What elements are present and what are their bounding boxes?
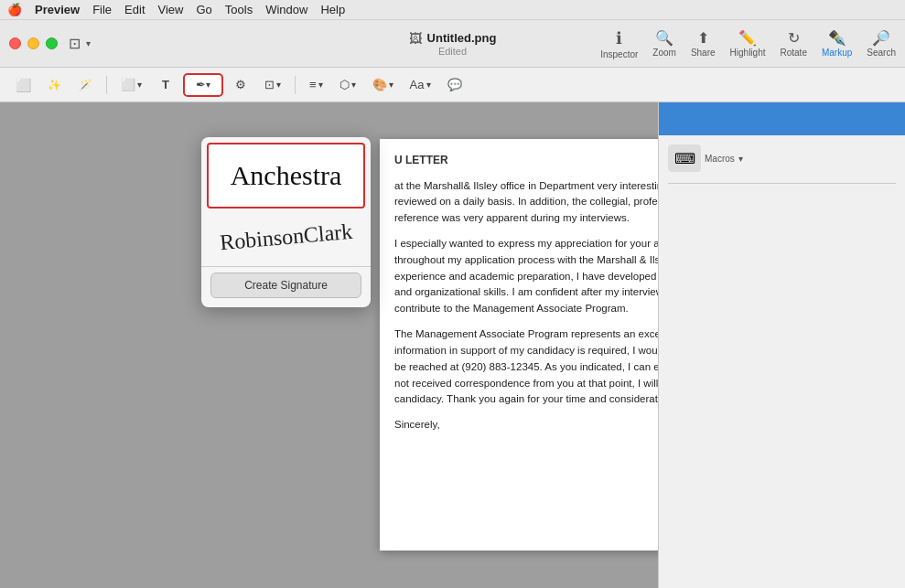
- signature-item-1[interactable]: Anchestra: [207, 143, 365, 208]
- inspector-button[interactable]: ℹ Inspector: [600, 28, 638, 59]
- menu-tools[interactable]: Tools: [225, 3, 253, 16]
- letter-para-2: I especially wanted to express my apprec…: [394, 236, 658, 317]
- close-button[interactable]: [9, 37, 21, 49]
- zoom-button[interactable]: 🔍 Zoom: [652, 29, 676, 58]
- menu-window[interactable]: Window: [265, 3, 307, 16]
- highlight-button[interactable]: ✏️ Highlight: [730, 29, 766, 58]
- align-button[interactable]: ≡▾: [303, 73, 329, 97]
- rotate-button[interactable]: ↻ Rotate: [780, 29, 806, 58]
- menu-view[interactable]: View: [158, 3, 184, 16]
- create-signature-button[interactable]: Create Signature: [210, 273, 361, 298]
- menu-edit[interactable]: Edit: [124, 3, 145, 16]
- border-button[interactable]: ⬡▾: [333, 73, 362, 97]
- mac-menubar: 🍎 Preview File Edit View Go Tools Window…: [0, 0, 905, 20]
- share-button[interactable]: ⬆ Share: [691, 29, 716, 58]
- letter-closing: Sincerely,: [394, 417, 658, 433]
- letter-para-1: at the Marshall& Ilsley office in Depart…: [394, 178, 658, 227]
- apple-menu[interactable]: 🍎: [7, 3, 22, 16]
- lasso-button[interactable]: ✨: [40, 73, 68, 97]
- title-center: 🖼 Untitled.png Edited: [409, 31, 497, 57]
- app-name[interactable]: Preview: [35, 3, 80, 16]
- traffic-lights: [9, 37, 58, 49]
- letter-content: U LETTER at the Marshall& Ilsley office …: [380, 139, 658, 446]
- signature-button[interactable]: ✒ ▾: [183, 73, 223, 97]
- rect-tool-button[interactable]: ⬜▾: [114, 73, 148, 97]
- annotate-button[interactable]: ⊡▾: [258, 73, 287, 97]
- signature-text-1: Anchestra: [231, 160, 342, 191]
- signature-text-2: RobinsonClark: [219, 219, 353, 255]
- menu-file[interactable]: File: [92, 3, 112, 16]
- sig-divider: [201, 266, 371, 267]
- letter-title: U LETTER: [394, 152, 658, 169]
- filename: Untitled.png: [427, 31, 497, 45]
- separator1: [106, 76, 107, 94]
- select-rect-button[interactable]: ⬜: [9, 73, 37, 97]
- instant-alpha-button[interactable]: 🪄: [71, 73, 99, 97]
- menu-go[interactable]: Go: [196, 3, 211, 16]
- signature-dropdown[interactable]: Anchestra RobinsonClark Create Signature: [201, 137, 371, 307]
- document-background: Anchestra RobinsonClark Create Signature…: [0, 102, 658, 588]
- color-button[interactable]: 🎨▾: [366, 73, 400, 97]
- title-bar: ⊡ ▾ 🖼 Untitled.png Edited ℹ Inspector 🔍 …: [0, 20, 905, 68]
- macros-dropdown-arrow[interactable]: ▾: [738, 154, 743, 164]
- text-button[interactable]: T: [152, 73, 179, 97]
- signature-item-2[interactable]: RobinsonClark: [207, 211, 365, 262]
- toolbar2: ⬜ ✨ 🪄 ⬜▾ T ✒ ▾ ⚙ ⊡▾ ≡▾ ⬡▾ 🎨▾ Aa▾ 💬: [0, 68, 905, 102]
- menu-help[interactable]: Help: [320, 3, 345, 16]
- separator2: [295, 76, 296, 94]
- minimize-button[interactable]: [27, 37, 39, 49]
- markup-button[interactable]: ✒️ Markup: [822, 29, 852, 58]
- font-button[interactable]: Aa▾: [404, 73, 437, 97]
- right-panel-header: [659, 102, 905, 135]
- main-area: Anchestra RobinsonClark Create Signature…: [0, 102, 905, 588]
- letter-para-3: The Management Associate Program represe…: [394, 326, 658, 408]
- search-button[interactable]: 🔎 Search: [867, 29, 896, 58]
- edited-label: Edited: [438, 46, 467, 57]
- macros-icon: ⌨: [668, 144, 701, 172]
- macros-area: ⌨ Macros ▾: [659, 135, 905, 197]
- sidebar-toggle-icon[interactable]: ⊡: [69, 35, 81, 52]
- title-bar-icons: ℹ Inspector 🔍 Zoom ⬆ Share ✏️ Highlight …: [600, 28, 896, 59]
- right-panel: ⌨ Macros ▾: [658, 102, 905, 588]
- adjust-button[interactable]: ⚙: [227, 73, 254, 97]
- speech-button[interactable]: 💬: [441, 73, 469, 97]
- fullscreen-button[interactable]: [46, 37, 58, 49]
- macros-label: Macros: [705, 154, 735, 164]
- macros-divider: [668, 183, 896, 184]
- sidebar-toggle-arrow[interactable]: ▾: [86, 38, 91, 48]
- document-page: U LETTER at the Marshall& Ilsley office …: [380, 139, 658, 551]
